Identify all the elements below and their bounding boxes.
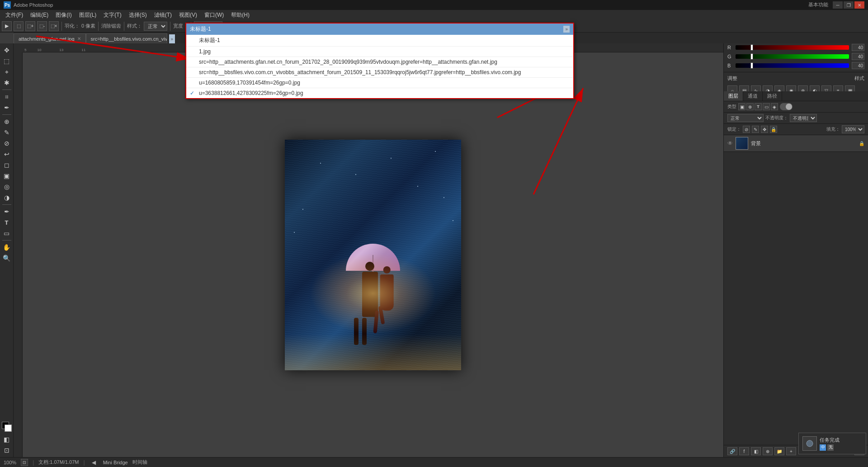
layer-link-btn[interactable]: 🔗 (727, 447, 737, 455)
menu-item-image[interactable]: 图像(I) (52, 10, 75, 20)
eyedropper-tool[interactable]: ✒ (2, 103, 12, 113)
text-tool[interactable]: T (2, 217, 12, 227)
filter-shape-icon[interactable]: ▭ (763, 103, 770, 110)
filter-pixel-icon[interactable]: ▣ (738, 103, 745, 110)
tab-vivo[interactable]: src=http__bbsfiles.vivo.com.cn_vivobbs_a… (86, 33, 167, 43)
dropdown-item-1[interactable]: 1.jpg (186, 47, 573, 57)
menu-item-window[interactable]: 窗口(W) (201, 10, 227, 20)
green-slider-track[interactable] (736, 54, 849, 59)
menu-item-edit[interactable]: 编辑(E) (27, 10, 52, 20)
adjustment-title: 调整 (727, 75, 737, 82)
mask-mode-btn[interactable]: ◧ (2, 434, 12, 444)
mini-bridge-btn[interactable]: Mini Bridge (103, 460, 128, 465)
color-swatches[interactable] (2, 422, 12, 432)
layers-tab-paths[interactable]: 路径 (763, 91, 782, 101)
window-select-dropdown[interactable]: 未标题-1 » 未标题-1 1.jpg src=http__attachment… (185, 23, 574, 99)
ruler-unit: 11 (72, 48, 94, 52)
lock-transparent-icon[interactable]: ⊘ (743, 126, 750, 133)
layer-group-btn[interactable]: 📁 (774, 447, 784, 455)
tool-options-btn[interactable]: ▶ (2, 21, 12, 31)
hand-tool[interactable]: ✋ (2, 242, 12, 252)
menu-item-select[interactable]: 选择(S) (125, 10, 151, 20)
subtract-select-btn[interactable]: ⬚- (37, 21, 47, 31)
green-label: G (727, 54, 733, 59)
menu-bar: 文件(F) 编辑(E) 图像(I) 图层(L) 文字(T) 选择(S) 滤镜(T… (0, 10, 868, 20)
arrow-left-btn[interactable]: ◀ (90, 459, 99, 466)
type-filter-toggle[interactable] (780, 103, 793, 110)
intersect-select-btn[interactable]: ⬚× (49, 21, 59, 31)
green-slider-handle[interactable] (750, 53, 753, 60)
task-checkbox-wu[interactable]: 无 (827, 444, 834, 451)
blue-slider-handle[interactable] (750, 62, 753, 69)
shape-tool[interactable]: ▭ (2, 228, 12, 238)
dropdown-expand-btn[interactable]: » (563, 26, 570, 33)
layers-tab-layers[interactable]: 图层 (724, 91, 743, 101)
blend-mode-select[interactable]: 正常 (727, 114, 764, 122)
quick-select-tool[interactable]: ✱ (2, 78, 12, 88)
crop-tool[interactable]: ⌗ (2, 92, 12, 102)
dropdown-item-2[interactable]: src=http__attachments.gfan.net.cn_forum_… (186, 57, 573, 67)
red-value-input[interactable] (852, 44, 864, 51)
layer-visibility-icon[interactable]: 👁 (727, 140, 733, 146)
dropdown-item-3[interactable]: src=http__bbsfiles.vivo.com.cn_vivobbs_a… (186, 67, 573, 78)
menu-item-file[interactable]: 文件(F) (2, 10, 27, 20)
path-tool[interactable]: ✒ (2, 207, 12, 217)
red-slider-handle[interactable] (750, 44, 753, 51)
dropdown-item-5[interactable]: ✓ u=3638812661,4278309225fm=26gp=0.jpg (186, 88, 573, 98)
dropdown-item-label-2: src=http__attachments.gfan.net.cn_forum_… (199, 59, 497, 65)
filter-smart-icon[interactable]: ◈ (771, 103, 778, 110)
lock-all-icon[interactable]: 🔒 (770, 126, 777, 133)
time-lapse-btn[interactable]: 时间轴 (132, 459, 147, 466)
blur-tool[interactable]: ◎ (2, 182, 12, 192)
add-select-btn[interactable]: ⬚+ (25, 21, 35, 31)
dodge-tool[interactable]: ◑ (2, 193, 12, 203)
history-tool[interactable]: ↩ (2, 149, 12, 159)
menu-item-layer[interactable]: 图层(L) (75, 10, 100, 20)
new-select-btn[interactable]: ⬚ (14, 21, 24, 31)
close-button[interactable]: ✕ (854, 1, 864, 9)
lock-move-icon[interactable]: ✥ (761, 126, 768, 133)
fill-select[interactable]: 100% (842, 125, 864, 133)
lasso-tool[interactable]: ⌖ (2, 67, 12, 77)
menu-item-text[interactable]: 文字(T) (100, 10, 125, 20)
lock-paint-icon[interactable]: ✎ (752, 126, 759, 133)
task-checkbox-zhong[interactable]: 中 (820, 444, 826, 451)
layer-mask-btn[interactable]: ◧ (751, 447, 761, 455)
dropdown-item-label-0: 未标题-1 (199, 37, 220, 44)
blue-slider-track[interactable] (736, 63, 849, 68)
green-value-input[interactable] (852, 53, 864, 60)
menu-item-filter[interactable]: 滤镜(T) (151, 10, 175, 20)
menu-item-help[interactable]: 帮助(H) (227, 10, 253, 20)
tab-gfan[interactable]: attachments_gfan.net.jpg ✕ (14, 33, 86, 43)
tabs-expand-btn[interactable]: » (169, 34, 175, 43)
select-tool[interactable]: ⬚ (2, 56, 12, 66)
brush-tool[interactable]: ✎ (2, 127, 12, 137)
particle (453, 220, 453, 221)
blue-value-input[interactable] (852, 62, 864, 69)
heal-tool[interactable]: ⊕ (2, 117, 12, 127)
red-slider-track[interactable] (736, 45, 849, 50)
dropdown-item-0[interactable]: 未标题-1 (186, 35, 573, 47)
zoom-tool[interactable]: 🔍 (2, 253, 12, 263)
zoom-fit-btn[interactable]: ⊡ (21, 459, 28, 466)
move-tool[interactable]: ✥ (2, 45, 12, 55)
layer-adj-btn[interactable]: ⊕ (763, 447, 773, 455)
screen-mode-btn[interactable]: ⊡ (2, 445, 12, 455)
opacity-select[interactable]: 不透明度： (790, 114, 817, 122)
filter-adj-icon[interactable]: ⊕ (746, 103, 754, 110)
background-color[interactable] (5, 425, 12, 432)
menu-item-view[interactable]: 视图(V) (175, 10, 201, 20)
dropdown-item-4[interactable]: u=1680805859,170391454fm=26gp=0.jpg (186, 78, 573, 88)
filter-text-icon[interactable]: T (755, 103, 762, 110)
clone-tool[interactable]: ⊘ (2, 138, 12, 148)
tab-gfan-close[interactable]: ✕ (77, 36, 81, 41)
layer-row-background[interactable]: 👁 背景 🔒 (724, 135, 868, 152)
layer-style-btn[interactable]: f (739, 447, 749, 455)
restore-button[interactable]: ❐ (844, 1, 854, 9)
gradient-tool[interactable]: ▣ (2, 171, 12, 181)
layers-tab-channels[interactable]: 通道 (743, 91, 763, 101)
eraser-tool[interactable]: ◻ (2, 160, 12, 170)
minimize-button[interactable]: ─ (833, 1, 843, 9)
layer-new-btn[interactable]: + (786, 447, 796, 455)
style-select[interactable]: 正常 (144, 22, 167, 31)
